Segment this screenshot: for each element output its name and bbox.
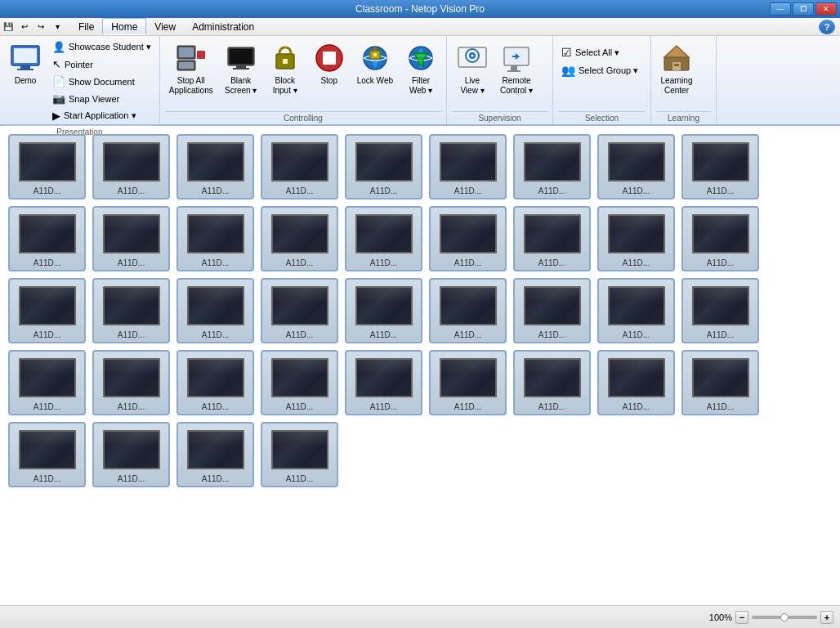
student-screen [19,214,76,253]
student-thumbnail[interactable]: A11D... [8,206,86,271]
student-thumbnail[interactable]: A11D... [597,206,675,271]
student-thumbnail[interactable]: A11D... [429,206,507,271]
student-thumbnail[interactable]: A11D... [513,278,591,343]
svg-rect-11 [236,65,246,68]
snap-viewer-button[interactable]: 📷 Snap Viewer [49,91,154,106]
student-thumbnail[interactable]: A11D... [429,278,507,343]
student-thumbnail[interactable]: A11D... [261,206,338,271]
select-all-icon: ☑ [561,46,572,59]
blank-screen-button[interactable]: BlankScreen ▾ [221,39,261,98]
learning-center-button[interactable]: LearningCenter [656,39,697,98]
stop-all-button[interactable]: Stop AllApplications [165,39,217,98]
student-thumbnail[interactable]: A11D... [513,134,591,200]
zoom-in-button[interactable]: + [820,611,833,624]
qa-save-icon[interactable]: 💾 [2,20,15,34]
student-thumbnail[interactable]: A11D... [261,350,338,415]
student-screen [187,286,244,325]
student-thumbnail[interactable]: A11D... [345,350,422,415]
help-button[interactable]: ? [819,20,835,34]
lock-web-button[interactable]: Lock Web [353,39,397,88]
filter-web-button[interactable]: FilterWeb ▾ [400,39,441,98]
student-thumbnail[interactable]: A11D... [681,134,759,200]
remote-control-label: RemoteControl ▾ [500,76,533,96]
zoom-level: 100% [709,612,732,622]
block-input-button[interactable]: BlockInput ▾ [265,39,306,98]
student-screen [271,142,328,182]
student-screen [608,286,665,325]
student-thumbnail[interactable]: A11D... [8,422,86,487]
showcase-student-button[interactable]: 👤 Showcase Student ▾ [49,39,154,55]
demo-button[interactable]: Demo [5,39,46,88]
student-thumbnail[interactable]: A11D... [513,350,591,415]
maximize-button[interactable]: ⧠ [793,2,814,16]
zoom-out-button[interactable]: − [735,611,748,624]
remote-control-button[interactable]: RemoteControl ▾ [496,39,537,98]
student-label: A11D... [454,186,481,195]
student-thumbnail[interactable]: A11D... [8,134,86,200]
student-thumbnail[interactable]: A11D... [176,278,254,343]
stop-button[interactable]: Stop [309,39,350,88]
close-button[interactable]: ✕ [815,2,837,16]
student-thumbnail[interactable]: A11D... [92,206,170,271]
student-thumbnail[interactable]: A11D... [345,278,422,343]
student-thumbnail[interactable]: A11D... [92,134,170,200]
student-thumbnail[interactable]: A11D... [176,206,254,271]
menu-home[interactable]: Home [102,18,146,35]
learning-center-icon [660,42,693,74]
show-document-button[interactable]: 📄 Show Document [49,74,154,89]
lock-web-label: Lock Web [357,76,393,86]
student-label: A11D... [286,330,313,339]
student-thumbnail[interactable]: A11D... [8,350,86,415]
student-thumbnail[interactable]: A11D... [429,350,507,415]
zoom-slider-thumb[interactable] [780,613,789,621]
student-thumbnail[interactable]: A11D... [681,206,759,271]
student-thumbnail[interactable]: A11D... [92,350,170,415]
live-view-button[interactable]: LiveView ▾ [452,39,493,98]
select-all-button[interactable]: ☑ Select All ▾ [558,44,641,61]
student-label: A11D... [202,186,229,195]
minimize-button[interactable]: — [770,2,791,16]
student-thumbnail[interactable]: A11D... [176,422,254,487]
menu-administration[interactable]: Administration [184,18,262,35]
student-thumbnail[interactable]: A11D... [597,278,675,343]
svg-rect-19 [373,53,377,56]
student-thumbnail[interactable]: A11D... [513,206,591,271]
select-group-button[interactable]: 👥 Select Group ▾ [558,62,641,78]
student-thumbnail[interactable]: A11D... [92,422,170,487]
student-label: A11D... [454,258,481,267]
qa-redo-icon[interactable]: ↪ [34,20,47,34]
select-all-label: Select All ▾ [575,47,619,58]
demo-icon [9,42,42,74]
pointer-button[interactable]: ↖ Pointer [49,56,154,72]
student-thumbnail[interactable]: A11D... [429,134,507,200]
student-thumbnail[interactable]: A11D... [345,134,422,200]
window-controls[interactable]: — ⧠ ✕ [770,2,837,16]
qa-dropdown-icon[interactable]: ▾ [51,20,64,34]
student-thumbnail[interactable]: A11D... [681,350,759,415]
student-thumbnail[interactable]: A11D... [597,350,675,415]
student-thumbnail[interactable]: A11D... [261,134,338,200]
student-thumbnail[interactable]: A11D... [261,278,338,343]
student-thumbnail[interactable]: A11D... [261,422,338,487]
svg-rect-5 [179,47,194,57]
menu-file[interactable]: File [70,18,102,35]
blank-screen-label: BlankScreen ▾ [225,76,257,96]
student-thumbnail[interactable]: A11D... [597,134,675,200]
zoom-slider[interactable] [752,616,817,619]
student-thumbnail[interactable]: A11D... [345,206,422,271]
student-screen [271,214,328,253]
student-thumbnail[interactable]: A11D... [681,278,759,343]
stop-icon [313,42,346,74]
qa-undo-icon[interactable]: ↩ [18,20,31,34]
student-thumbnail[interactable]: A11D... [8,278,86,343]
student-screen [103,214,160,253]
student-thumbnail[interactable]: A11D... [176,134,254,200]
content-area: A11D... A11D... A11D... A11D... A11D... [0,126,840,605]
student-thumbnail[interactable]: A11D... [176,350,254,415]
stop-all-icon [175,42,208,74]
svg-rect-8 [197,51,205,59]
student-thumbnail[interactable]: A11D... [92,278,170,343]
menu-view[interactable]: View [146,18,184,35]
start-application-button[interactable]: ▶ Start Application ▾ [49,108,154,123]
svg-rect-26 [511,65,517,70]
